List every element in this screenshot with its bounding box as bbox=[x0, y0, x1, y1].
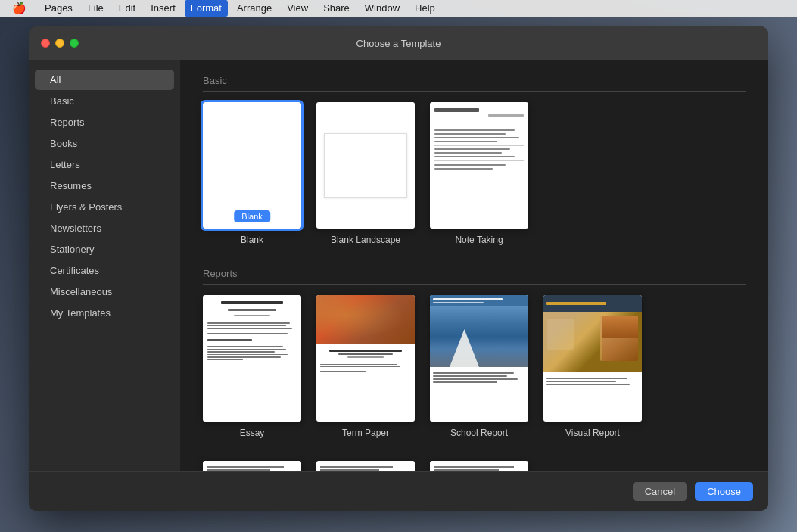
sidebar-item-reports[interactable]: Reports bbox=[35, 112, 174, 132]
template-blank-landscape[interactable]: Blank Landscape bbox=[316, 102, 415, 245]
template-term-paper[interactable]: Term Paper bbox=[316, 295, 415, 438]
template-label-essay: Essay bbox=[240, 428, 265, 438]
cancel-button[interactable]: Cancel bbox=[633, 482, 687, 501]
template-thumb-partial-3 bbox=[430, 461, 528, 471]
template-label-visual-report: Visual Report bbox=[565, 428, 620, 438]
visual-report-image bbox=[543, 312, 642, 372]
template-label-school-report: School Report bbox=[450, 428, 508, 438]
menubar-file[interactable]: File bbox=[82, 0, 110, 17]
template-partial-2[interactable] bbox=[316, 461, 415, 471]
template-thumb-partial-1 bbox=[203, 461, 301, 471]
sidebar-item-miscellaneous[interactable]: Miscellaneous bbox=[35, 282, 174, 302]
titlebar: Choose a Template bbox=[29, 26, 768, 60]
maximize-button[interactable] bbox=[70, 39, 79, 48]
traffic-lights bbox=[41, 39, 79, 48]
sidebar-item-flyers[interactable]: Flyers & Posters bbox=[35, 197, 174, 217]
menubar-arrange[interactable]: Arrange bbox=[231, 0, 278, 17]
menubar-help[interactable]: Help bbox=[409, 0, 441, 17]
menubar-window[interactable]: Window bbox=[359, 0, 406, 17]
blank-badge: Blank bbox=[234, 210, 270, 222]
template-thumb-blank-landscape bbox=[316, 102, 415, 229]
sidebar: All Basic Reports Books Letters Resumes … bbox=[29, 60, 180, 471]
apple-menu[interactable]: 🍎 bbox=[6, 0, 33, 17]
menubar-format[interactable]: Format bbox=[185, 0, 228, 17]
sidebar-item-my-templates[interactable]: My Templates bbox=[35, 303, 174, 323]
template-label-blank-landscape: Blank Landscape bbox=[331, 235, 400, 245]
sidebar-item-newsletters[interactable]: Newsletters bbox=[35, 218, 174, 238]
template-thumb-essay bbox=[203, 295, 301, 422]
sidebar-item-all[interactable]: All bbox=[35, 70, 174, 90]
template-visual-report[interactable]: Visual Report bbox=[543, 295, 642, 438]
template-note-taking[interactable]: Note Taking bbox=[430, 102, 528, 245]
template-chooser-window: Choose a Template All Basic Reports Book… bbox=[29, 26, 768, 511]
template-partial-3[interactable] bbox=[430, 461, 528, 471]
template-blank[interactable]: Blank Blank bbox=[203, 102, 301, 245]
menubar-insert[interactable]: Insert bbox=[145, 0, 182, 17]
partial-template-grid bbox=[203, 461, 746, 471]
template-label-blank: Blank bbox=[241, 235, 263, 245]
template-thumb-visual-report bbox=[543, 295, 642, 422]
window-footer: Cancel Choose bbox=[29, 471, 768, 511]
reports-template-grid: Essay bbox=[203, 295, 746, 438]
sidebar-item-basic[interactable]: Basic bbox=[35, 91, 174, 111]
window-title: Choose a Template bbox=[356, 38, 441, 49]
school-report-image bbox=[430, 306, 528, 367]
template-label-note-taking: Note Taking bbox=[455, 235, 503, 245]
sidebar-item-stationery[interactable]: Stationery bbox=[35, 239, 174, 260]
term-paper-image bbox=[316, 295, 415, 344]
sidebar-item-letters[interactable]: Letters bbox=[35, 154, 174, 175]
template-thumb-school-report bbox=[430, 295, 528, 422]
main-content: Basic Blank Blank Blank Landscape bbox=[180, 60, 768, 471]
reports-section-title: Reports bbox=[203, 268, 746, 285]
menubar-pages[interactable]: Pages bbox=[39, 0, 79, 17]
template-thumb-note-taking bbox=[430, 102, 528, 229]
menubar-share[interactable]: Share bbox=[317, 0, 356, 17]
template-essay[interactable]: Essay bbox=[203, 295, 301, 438]
minimize-button[interactable] bbox=[55, 39, 64, 48]
template-thumb-blank: Blank bbox=[203, 102, 301, 229]
sidebar-item-books[interactable]: Books bbox=[35, 133, 174, 154]
menubar-edit[interactable]: Edit bbox=[113, 0, 142, 17]
sidebar-item-resumes[interactable]: Resumes bbox=[35, 176, 174, 196]
template-label-term-paper: Term Paper bbox=[342, 428, 389, 438]
basic-template-grid: Blank Blank Blank Landscape bbox=[203, 102, 746, 245]
choose-button[interactable]: Choose bbox=[695, 482, 753, 501]
template-school-report[interactable]: School Report bbox=[430, 295, 528, 438]
sidebar-item-certificates[interactable]: Certificates bbox=[35, 260, 174, 281]
window-body: All Basic Reports Books Letters Resumes … bbox=[29, 60, 768, 471]
template-thumb-term-paper bbox=[316, 295, 415, 422]
menubar: 🍎 Pages File Edit Insert Format Arrange … bbox=[0, 0, 797, 17]
basic-section-title: Basic bbox=[203, 75, 746, 92]
template-thumb-partial-2 bbox=[316, 461, 415, 471]
menubar-view[interactable]: View bbox=[281, 0, 314, 17]
template-partial-1[interactable] bbox=[203, 461, 301, 471]
close-button[interactable] bbox=[41, 39, 50, 48]
